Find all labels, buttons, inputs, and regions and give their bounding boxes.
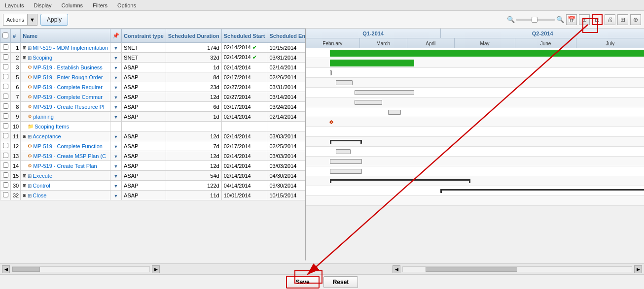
header-checkbox[interactable] — [0, 29, 11, 43]
expand-icon[interactable]: ⊞ — [23, 55, 27, 60]
row-checkbox[interactable] — [3, 44, 8, 50]
zoom-in-icon[interactable]: 🔍 — [556, 16, 564, 23]
zoom-slider[interactable] — [516, 19, 555, 21]
gantt-q1-2014: Q1-2014 — [306, 29, 441, 38]
gantt-scroll-track[interactable] — [402, 266, 632, 272]
row-sched-start: 02/27/2014 — [221, 92, 267, 102]
gantt-header: Q1-2014 Q2-2014 February March April May… — [306, 29, 644, 48]
calendar-icon-btn[interactable]: 📅 — [566, 14, 577, 25]
task-name-link[interactable]: planning — [33, 114, 54, 120]
menu-columns[interactable]: Columns — [60, 2, 85, 8]
task-name-link[interactable]: MP-519 - Establish Business — [33, 64, 103, 70]
task-name-link[interactable]: MP-519 - Create Resource Pl — [33, 104, 104, 110]
highlighted-view-btn[interactable]: ⊟ — [592, 14, 603, 25]
row-dropdown[interactable]: ▼ — [110, 43, 122, 53]
left-scroll-track[interactable] — [12, 266, 150, 272]
reset-button[interactable]: Reset — [323, 276, 358, 288]
row-num: 12 — [11, 141, 21, 151]
row-checkbox[interactable] — [3, 94, 8, 99]
row-checkbox-cell — [0, 191, 11, 200]
row-dropdown[interactable] — [110, 122, 122, 131]
task-name-link[interactable]: MP-519 - Create MSP Plan (C — [33, 153, 106, 159]
menu-options[interactable]: Options — [115, 2, 138, 8]
zoom-out-icon[interactable]: 🔍 — [507, 16, 515, 23]
table-view-btn[interactable]: ⊞ — [617, 14, 628, 25]
row-dropdown[interactable]: ▼ — [110, 53, 122, 63]
row-name-cell: ⚙ MP-519 - Complete Requirer — [21, 82, 110, 92]
expand-icon[interactable]: ⊞ — [23, 183, 27, 188]
expand-icon[interactable]: ⊞ — [23, 193, 27, 198]
row-checkbox[interactable] — [3, 84, 8, 89]
select-all-checkbox[interactable] — [2, 32, 8, 38]
task-name-link[interactable]: MP-519 - MDM Implementation — [33, 45, 108, 51]
menu-layouts[interactable]: Layouts — [3, 2, 26, 8]
gantt-bar — [355, 100, 383, 105]
task-name-link[interactable]: MP-519 - Create Test Plan — [33, 163, 97, 169]
gantt-scroll-left-btn[interactable]: ◀ — [393, 265, 400, 273]
row-dropdown[interactable]: ▼ — [110, 161, 122, 171]
row-name-cell: ⚙ MP-519 - Create MSP Plan (C — [21, 151, 110, 161]
row-name-cell: ⚙ MP-519 - Create Test Plan — [21, 161, 110, 171]
task-name-link[interactable]: Execute — [33, 173, 52, 179]
expand-icon[interactable]: ⊞ — [23, 45, 27, 50]
row-dropdown[interactable]: ▼ — [110, 181, 122, 191]
zoom-bar: 🔍 🔍 — [507, 16, 564, 23]
row-dropdown[interactable]: ▼ — [110, 72, 122, 82]
left-panel: # Name 📌 Constraint type Scheduled Durat… — [0, 29, 306, 260]
task-name-link[interactable]: Acceptance — [33, 133, 61, 139]
scroll-right-btn[interactable]: ▶ — [152, 265, 160, 273]
row-checkbox[interactable] — [3, 162, 8, 168]
actions-dropdown[interactable]: Actions ▼ — [3, 14, 37, 26]
row-dropdown[interactable]: ▼ — [110, 151, 122, 161]
row-checkbox[interactable] — [3, 153, 8, 158]
expand-icon[interactable]: ⊞ — [23, 134, 27, 139]
row-checkbox[interactable] — [3, 123, 8, 128]
row-dropdown[interactable]: ▼ — [110, 92, 122, 102]
task-name-link[interactable]: MP-519 - Complete Commur — [33, 94, 103, 100]
row-sched-dur: 1d — [166, 63, 221, 72]
menu-display[interactable]: Display — [32, 2, 54, 8]
menu-filters[interactable]: Filters — [91, 2, 109, 8]
task-name-link[interactable]: Scoping Items — [35, 124, 69, 129]
row-dropdown[interactable]: ▼ — [110, 171, 122, 181]
apply-button[interactable]: Apply — [40, 14, 68, 26]
expand-icon[interactable]: ⊞ — [23, 173, 27, 178]
gantt-row — [306, 166, 644, 176]
row-sched-end: 02/25/2014 — [267, 141, 306, 151]
row-checkbox[interactable] — [3, 74, 8, 79]
task-name-link[interactable]: MP-519 - Enter Rough Order — [33, 74, 103, 80]
table-row: 15 ⊞ ⊞ Execute ▼ ASAP 54d 02/14/2014 04/… — [0, 171, 306, 181]
row-checkbox[interactable] — [3, 54, 8, 60]
gantt-month-jun: June — [515, 38, 576, 48]
row-checkbox[interactable] — [3, 182, 8, 188]
task-name-link[interactable]: MP-519 - Complete Function — [33, 143, 103, 149]
task-name-link[interactable]: MP-519 - Complete Requirer — [33, 84, 103, 90]
row-checkbox[interactable] — [3, 143, 8, 148]
task-name-link[interactable]: Control — [33, 183, 50, 189]
row-checkbox[interactable] — [3, 133, 8, 138]
scroll-left-btn[interactable]: ◀ — [2, 265, 10, 273]
task-name-link[interactable]: Close — [33, 193, 46, 198]
gantt-scroll-right-btn[interactable]: ▶ — [634, 265, 642, 273]
gantt-row — [306, 196, 644, 206]
row-checkbox[interactable] — [3, 172, 8, 178]
print-btn[interactable]: 🖨 — [605, 14, 615, 25]
row-checkbox[interactable] — [3, 64, 8, 69]
row-dropdown[interactable]: ▼ — [110, 82, 122, 92]
row-sched-dur: 32d — [166, 53, 221, 63]
row-dropdown[interactable]: ▼ — [110, 131, 122, 141]
save-button[interactable]: Save — [286, 276, 320, 289]
row-constraint: ASAP — [122, 151, 166, 161]
row-dropdown[interactable]: ▼ — [110, 63, 122, 72]
task-name-link[interactable]: Scoping — [33, 55, 52, 61]
gantt-month-row: February March April May June July — [306, 38, 644, 48]
row-dropdown[interactable]: ▼ — [110, 102, 122, 112]
expand-btn[interactable]: ⊕ — [630, 14, 641, 25]
row-dropdown[interactable]: ▼ — [110, 141, 122, 151]
row-checkbox[interactable] — [3, 103, 8, 109]
row-dropdown[interactable]: ▼ — [110, 112, 122, 122]
row-checkbox[interactable] — [3, 192, 8, 197]
row-dropdown[interactable]: ▼ — [110, 191, 122, 200]
row-checkbox[interactable] — [3, 113, 8, 119]
grid-view-btn[interactable]: ⊞ — [579, 14, 590, 25]
